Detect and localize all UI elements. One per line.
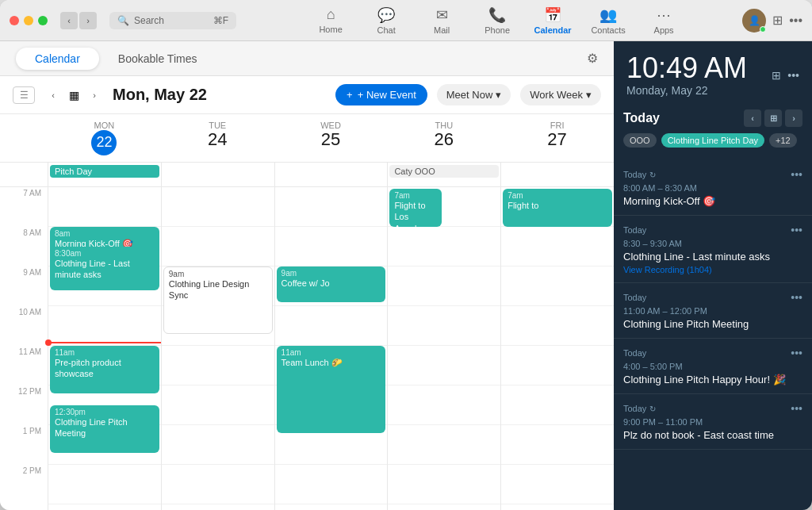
tab-calendar[interactable]: Calendar [16,48,99,70]
nav-chat[interactable]: 💬 Chat [366,6,406,35]
search-label: Search [134,15,164,26]
today-next-button[interactable]: › [785,109,802,127]
today-badges: OOO Clothing Line Pitch Day +12 [623,133,802,148]
time-slot-11am: 11 AM [0,346,48,385]
day-col-wed: 9am Coffee w/ Jo 11am Team Lunch 🌮 [274,187,388,510]
calendar-area: Calendar Bookable Times ⚙ ☰ ‹ ▦ › Mon, M… [0,41,614,510]
phone-icon: 📞 [488,6,506,24]
event-clothing-line-lastminute[interactable]: 8:30am Clothing Line - Last minute asks [50,247,159,290]
nav-phone[interactable]: 📞 Phone [477,6,517,35]
agenda-more-icon-4[interactable]: ••• [791,347,802,359]
time-slot-12pm: 12 PM [0,385,48,425]
event-coffee-jo[interactable]: 9am Coffee w/ Jo [277,267,386,302]
all-day-thu: Caty OOO [387,163,500,186]
back-button[interactable]: ‹ [60,12,78,29]
event-flight-la[interactable]: 7am Flight to Los Angeles [389,189,442,227]
today-section: Today ‹ ⊞ › OOO Clothing Line Pitch Day … [614,103,812,154]
agenda-item-clothing-pitch-meeting[interactable]: Today ••• 11:00 AM – 12:00 PM Clothing L… [614,283,812,339]
settings-button[interactable]: ⚙ [587,51,598,66]
event-pre-pitch[interactable]: 11am Pre-pitch product showcase [50,346,159,393]
toolbar-nav: ⌂ Home 💬 Chat ✉ Mail 📞 Phone 📅 Calendar … [259,6,736,35]
day-header-fri: Fri 27 [500,114,614,162]
chevron-down-icon: ▾ [496,89,501,101]
avatar-status-dot [760,26,766,33]
badge-clothing-pitch-day[interactable]: Clothing Line Pitch Day [661,133,764,148]
nav-mail-label: Mail [434,25,450,35]
agenda-more-icon[interactable]: ••• [791,168,802,181]
minimize-button[interactable] [24,16,33,25]
date-display: Monday, May 22 [626,84,765,97]
nav-apps[interactable]: ⋯ Apps [644,6,684,35]
badge-ooo[interactable]: OOO [623,133,657,148]
new-event-button[interactable]: + + New Event [335,84,427,105]
agenda-time-5: 9:00 PM – 11:00 PM [623,417,802,427]
agenda-more-icon-5[interactable]: ••• [791,402,802,415]
tab-bookable[interactable]: Bookable Times [99,48,216,70]
today-prev-button[interactable]: ‹ [744,109,761,127]
all-day-event-caty-ooo[interactable]: Caty OOO [389,165,499,178]
agenda-item-morning-kickoff[interactable]: Today ↻ ••• 8:00 AM – 8:30 AM Morning Ki… [614,160,812,216]
maximize-button[interactable] [38,16,48,25]
event-clothing-pitch-meeting[interactable]: 12:30pm Clothing Line Pitch Meeting [50,405,159,453]
nav-mail[interactable]: ✉ Mail [422,6,462,35]
prev-button[interactable]: ‹ [44,86,62,104]
badge-count[interactable]: +12 [769,133,797,148]
event-clothing-design-sync[interactable]: 9am Clothing Line Design Sync [163,267,273,334]
today-mini-button[interactable]: ▦ [65,86,82,104]
agenda-more-icon-2[interactable]: ••• [791,224,802,236]
time-slot-1pm: 1 PM [0,425,48,465]
recurring-icon: ↻ [649,171,656,179]
agenda-title-3: Clothing Line Pitch Meeting [623,318,802,330]
agenda-item-do-not-book[interactable]: Today ↻ ••• 9:00 PM – 11:00 PM Plz do no… [614,394,812,450]
agenda-time-1: 8:00 AM – 8:30 AM [623,183,802,193]
nav-home[interactable]: ⌂ Home [311,6,350,34]
today-nav: ‹ ⊞ › [744,109,802,127]
right-panel: 10:49 AM Monday, May 22 ⊞ ••• Today ‹ ⊞ … [614,41,812,510]
all-day-mon: Pitch Day [48,163,161,186]
close-button[interactable] [10,16,19,25]
clock-area: 10:49 AM Monday, May 22 [626,54,765,97]
chevron-down-icon-view: ▾ [586,89,592,101]
agenda-time-3: 11:00 AM – 12:00 PM [623,306,802,316]
view-selector[interactable]: Work Week ▾ [520,84,601,105]
agenda-item-pitch-happy-hour[interactable]: Today ••• 4:00 – 5:00 PM Clothing Line P… [614,339,812,394]
avatar[interactable]: 👤 [742,9,766,33]
calendar-body: 7 AM 8 AM 9 AM 10 AM 11 AM 12 PM 1 PM 2 … [0,187,614,510]
grid-icon[interactable]: ⊞ [772,13,783,28]
view-recording-link[interactable]: View Recording (1h04) [623,265,802,274]
agenda-more-icon-3[interactable]: ••• [791,291,802,304]
agenda-item-clothing-lastminute[interactable]: Today ••• 8:30 – 9:30 AM Clothing Line -… [614,216,812,283]
event-flight-fri[interactable]: 7am Flight to [503,189,612,227]
sidebar-toggle[interactable]: ☰ [13,86,35,104]
nav-home-label: Home [319,25,342,34]
nav-calendar[interactable]: 📅 Calendar [533,6,573,35]
calendar-header: ☰ ‹ ▦ › Mon, May 22 + + New Event Meet N… [0,76,614,114]
all-day-event-pitch-day[interactable]: Pitch Day [50,165,159,178]
panel-icons: ⊞ ••• [772,69,799,82]
home-icon: ⌂ [327,6,335,23]
more-icon[interactable]: ••• [789,13,802,28]
next-button[interactable]: › [86,86,103,104]
search-shortcut: ⌘F [213,15,228,26]
agenda-time-4: 4:00 – 5:00 PM [623,362,802,371]
main-content: Calendar Bookable Times ⚙ ☰ ‹ ▦ › Mon, M… [0,41,812,510]
avatar-area: 👤 ⊞ ••• [742,9,802,33]
forward-button[interactable]: › [79,12,97,29]
time-gutter-header [0,114,48,162]
nav-contacts[interactable]: 👥 Contacts [588,6,628,35]
recurring-icon-5: ↻ [649,405,656,413]
nav-chat-label: Chat [377,25,395,35]
days-grid: 8am Morning Kick-Off 🎯 8:30am Clothing L… [48,187,614,510]
panel-more-icon[interactable]: ••• [787,69,799,82]
search-icon: 🔍 [117,15,129,26]
day-col-tue: 9am Clothing Line Design Sync [161,187,274,510]
time-display: 10:49 AM [626,54,765,82]
meet-now-button[interactable]: Meet Now ▾ [437,84,511,105]
search-bar[interactable]: 🔍 Search ⌘F [109,12,236,29]
event-team-lunch[interactable]: 11am Team Lunch 🌮 [277,346,386,433]
all-day-wed [274,163,388,186]
panel-grid-icon[interactable]: ⊞ [772,69,781,82]
today-expand-button[interactable]: ⊞ [764,109,782,127]
agenda-title-5: Plz do not book - East coast time [623,429,802,441]
cal-nav: ‹ ▦ › [44,86,103,104]
